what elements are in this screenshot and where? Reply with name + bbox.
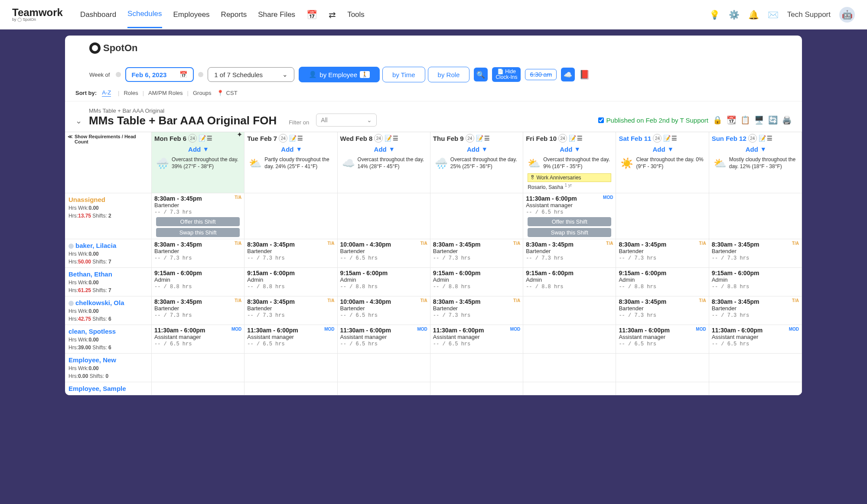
employee-name[interactable]: Bethan, Ethan xyxy=(68,270,148,278)
refresh-icon[interactable]: 🔄 xyxy=(768,115,778,125)
list-icon[interactable]: ☰ xyxy=(671,135,677,142)
swap-shift-button[interactable]: Swap this Shift xyxy=(528,228,611,237)
shift-cell[interactable]: 9:15am - 6:00pmAdmin-- / 8.8 hrs xyxy=(338,268,430,296)
nav-calendar-icon[interactable]: 📅 xyxy=(306,10,317,20)
pdf-icon[interactable]: 📕 xyxy=(579,69,590,80)
shift-cell[interactable] xyxy=(709,193,802,239)
nav-reports[interactable]: Reports xyxy=(221,2,247,28)
by-role-button[interactable]: by Role xyxy=(428,67,470,82)
shift-cell[interactable] xyxy=(338,354,430,382)
list-icon[interactable]: ☰ xyxy=(393,135,398,142)
shift-cell[interactable]: T/A10:00am - 4:30pmBartender-- / 6.5 hrs xyxy=(338,296,430,325)
employee-name[interactable]: chelkowski, Ola xyxy=(68,299,148,306)
shift-cell[interactable] xyxy=(152,354,244,382)
by-employee-button[interactable]: 👤 by Employee 🚶 xyxy=(299,67,380,82)
note-icon[interactable]: 📝 xyxy=(199,135,206,142)
add-shift-button[interactable]: Add ▾ xyxy=(619,143,706,156)
shift-cell[interactable]: 9:15am - 6:00pmAdmin-- / 8.8 hrs xyxy=(709,268,802,296)
note-icon[interactable]: 📝 xyxy=(385,135,392,142)
hide-clockins-button[interactable]: 📄 Hide Clock-Ins xyxy=(492,67,521,82)
shift-cell[interactable]: MOD11:30am - 6:00pmAssistant manager-- /… xyxy=(338,325,430,354)
shift-cell[interactable] xyxy=(430,193,523,239)
nav-tools[interactable]: Tools xyxy=(347,2,365,28)
strike-time-chip[interactable]: 6:30 am xyxy=(525,69,557,80)
note-icon[interactable]: 📝 xyxy=(476,135,483,142)
shift-cell[interactable] xyxy=(430,354,523,382)
lock-icon[interactable]: 🔒 xyxy=(713,115,722,125)
shift-cell[interactable] xyxy=(244,193,337,239)
filter-select[interactable]: All ⌄ xyxy=(316,114,377,127)
employee-name[interactable]: clean, Spotless xyxy=(68,328,148,335)
printer-icon[interactable]: 🖨️ xyxy=(782,115,792,125)
shift-cell[interactable] xyxy=(523,382,616,395)
list-icon[interactable]: ☰ xyxy=(484,135,490,142)
list-icon[interactable]: ☰ xyxy=(767,135,772,142)
shift-cell[interactable]: T/A8:30am - 3:45pmBartender-- / 7.3 hrs xyxy=(430,296,523,325)
mail-icon[interactable]: ✉️ xyxy=(768,10,779,20)
shift-cell[interactable] xyxy=(338,193,430,239)
employee-name[interactable]: Unassigned xyxy=(68,196,148,203)
prev-week-dot[interactable] xyxy=(116,72,121,77)
collapse-chevron-icon[interactable]: ⌄ xyxy=(75,116,82,126)
shift-cell[interactable]: T/A8:30am - 3:45pmBartender-- / 7.3 hrs xyxy=(523,239,616,268)
shift-cell[interactable]: 9:15am - 6:00pmAdmin-- / 8.8 hrs xyxy=(430,268,523,296)
nav-dashboard[interactable]: Dashboard xyxy=(80,2,116,28)
shift-cell[interactable] xyxy=(616,382,709,395)
nav-schedules[interactable]: Schedules xyxy=(127,1,162,28)
add-shift-button[interactable]: Add ▾ xyxy=(526,143,613,156)
shift-cell[interactable]: MOD11:30am - 6:00pmAssistant manager-- /… xyxy=(523,193,616,239)
note-icon[interactable]: 📝 xyxy=(663,135,671,142)
shift-cell[interactable]: MOD11:30am - 6:00pmAssistant manager-- /… xyxy=(430,325,523,354)
next-week-dot[interactable] xyxy=(198,72,203,77)
shift-cell[interactable]: T/A8:30am - 3:45pmBartender-- / 7.3 hrsO… xyxy=(152,193,244,239)
shift-cell[interactable]: MOD11:30am - 6:00pmAssistant manager-- /… xyxy=(152,325,244,354)
shift-cell[interactable] xyxy=(709,382,802,395)
shift-cell[interactable]: MOD11:30am - 6:00pmAssistant manager-- /… xyxy=(616,325,709,354)
add-shift-button[interactable]: Add ▾ xyxy=(340,143,427,156)
note-icon[interactable]: 📝 xyxy=(289,135,297,142)
shift-cell[interactable] xyxy=(709,354,802,382)
shift-cell[interactable] xyxy=(430,382,523,395)
shift-cell[interactable]: T/A8:30am - 3:45pmBartender-- / 7.3 hrs xyxy=(244,296,337,325)
shift-cell[interactable] xyxy=(152,382,244,395)
search-icon-button[interactable]: 🔍 xyxy=(474,68,488,81)
shift-cell[interactable]: 9:15am - 6:00pmAdmin-- / 8.8 hrs xyxy=(523,268,616,296)
shift-cell[interactable] xyxy=(616,193,709,239)
list-icon[interactable]: ☰ xyxy=(297,135,303,142)
shift-cell[interactable]: MOD11:30am - 6:00pmAssistant manager-- /… xyxy=(244,325,337,354)
shift-cell[interactable]: 9:15am - 6:00pmAdmin-- / 8.8 hrs xyxy=(152,268,244,296)
shift-cell[interactable]: 9:15am - 6:00pmAdmin-- / 8.8 hrs xyxy=(616,268,709,296)
list-icon[interactable]: ☰ xyxy=(577,135,583,142)
employee-name[interactable]: Employee, Sample xyxy=(68,385,148,392)
sort-ampm-roles[interactable]: AM/PM Roles xyxy=(148,90,183,96)
add-shift-button[interactable]: Add ▾ xyxy=(433,143,520,156)
shift-cell[interactable] xyxy=(244,382,337,395)
shift-cell[interactable] xyxy=(616,354,709,382)
offer-shift-button[interactable]: Offer this Shift xyxy=(528,217,611,226)
show-requirements-toggle[interactable]: ≪Show Requirements / Head Count xyxy=(65,132,152,193)
shift-cell[interactable]: T/A8:30am - 3:45pmBartender-- / 7.3 hrs xyxy=(709,296,802,325)
shift-cell[interactable]: T/A8:30am - 3:45pmBartender-- / 7.3 hrs xyxy=(430,239,523,268)
shift-cell[interactable]: MOD11:30am - 6:00pmAssistant manager-- /… xyxy=(709,325,802,354)
copy-icon[interactable]: 📋 xyxy=(740,115,750,125)
shift-cell[interactable]: T/A10:00am - 4:30pmBartender-- / 6.5 hrs xyxy=(338,239,430,268)
user-avatar[interactable]: 🤖 xyxy=(839,7,855,23)
swap-shift-button[interactable]: Swap this Shift xyxy=(156,228,240,237)
note-icon[interactable]: 📝 xyxy=(759,135,766,142)
lightbulb-icon[interactable]: 💡 xyxy=(709,10,720,20)
shift-cell[interactable] xyxy=(523,296,616,325)
add-shift-button[interactable]: Add ▾ xyxy=(712,143,799,156)
settings-gear-icon[interactable]: ⚙️ xyxy=(729,10,740,20)
shift-cell[interactable]: T/A8:30am - 3:45pmBartender-- / 7.3 hrs xyxy=(152,239,244,268)
bell-icon[interactable]: 🔔 xyxy=(748,10,759,20)
offer-shift-button[interactable]: Offer this Shift xyxy=(156,217,240,226)
sort-az[interactable]: A-Z xyxy=(102,89,111,97)
week-date-picker[interactable]: Feb 6, 2023 📅 xyxy=(125,67,194,82)
published-checkbox[interactable] xyxy=(598,117,604,123)
nav-people-transfer-icon[interactable]: ⇄ xyxy=(329,10,336,20)
sort-groups[interactable]: Groups xyxy=(193,90,212,96)
shift-cell[interactable]: T/A8:30am - 3:45pmBartender-- / 7.3 hrs xyxy=(152,296,244,325)
nav-employees[interactable]: Employees xyxy=(173,2,210,28)
shift-cell[interactable]: T/A8:30am - 3:45pmBartender-- / 7.3 hrs xyxy=(709,239,802,268)
add-shift-button[interactable]: Add ▾ xyxy=(247,143,334,156)
